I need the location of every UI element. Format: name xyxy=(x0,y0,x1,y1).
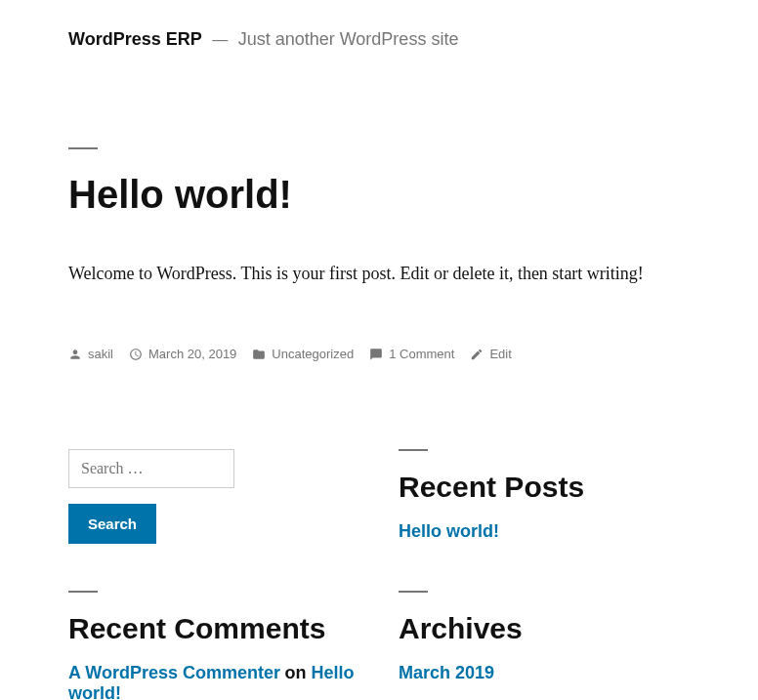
meta-comments: 1 Comment xyxy=(369,347,454,361)
date-link[interactable]: March 20, 2019 xyxy=(148,347,236,361)
widget-bar xyxy=(399,449,428,451)
edit-link[interactable]: Edit xyxy=(489,347,511,361)
archives-title: Archives xyxy=(399,612,690,645)
widget-bar xyxy=(68,591,98,593)
recent-comment-item: A WordPress Commenter on Hello world! xyxy=(68,663,359,700)
folder-icon xyxy=(252,348,266,361)
comment-author-link[interactable]: A WordPress Commenter xyxy=(68,663,280,682)
edit-icon xyxy=(470,348,484,361)
tagline-dash: — xyxy=(212,31,228,48)
comment-on-word: on xyxy=(285,663,307,682)
recent-posts-title: Recent Posts xyxy=(399,471,690,504)
entry-header-bar xyxy=(68,147,98,149)
author-link[interactable]: sakil xyxy=(88,347,113,361)
person-icon xyxy=(68,348,82,361)
widgets-area: Search Recent Posts Hello world! Recent … xyxy=(68,449,690,700)
post-meta: sakil March 20, 2019 Uncategorized 1 Com… xyxy=(68,347,690,361)
site-tagline: Just another WordPress site xyxy=(238,29,459,49)
meta-date: March 20, 2019 xyxy=(129,347,236,361)
clock-icon xyxy=(129,348,143,361)
search-widget: Search xyxy=(68,449,359,544)
meta-author: sakil xyxy=(68,347,113,361)
comment-icon xyxy=(369,348,383,361)
widget-bar xyxy=(399,591,428,593)
recent-post-link[interactable]: Hello world! xyxy=(399,521,499,541)
search-button[interactable]: Search xyxy=(68,504,156,544)
recent-comments-title: Recent Comments xyxy=(68,612,359,645)
site-title-link[interactable]: WordPress ERP xyxy=(68,29,202,49)
recent-comments-widget: Recent Comments A WordPress Commenter on… xyxy=(68,591,359,700)
post-article: Hello world! Welcome to WordPress. This … xyxy=(68,147,690,361)
meta-category: Uncategorized xyxy=(252,347,354,361)
post-content: Welcome to WordPress. This is your first… xyxy=(68,264,690,284)
meta-edit: Edit xyxy=(470,347,511,361)
recent-posts-widget: Recent Posts Hello world! xyxy=(399,449,690,544)
post-title: Hello world! xyxy=(68,173,690,217)
comments-link[interactable]: 1 Comment xyxy=(389,347,454,361)
archives-widget: Archives March 2019 xyxy=(399,591,690,700)
site-header: WordPress ERP — Just another WordPress s… xyxy=(68,29,690,50)
search-input[interactable] xyxy=(68,449,234,488)
category-link[interactable]: Uncategorized xyxy=(272,347,354,361)
archive-link[interactable]: March 2019 xyxy=(399,663,494,682)
